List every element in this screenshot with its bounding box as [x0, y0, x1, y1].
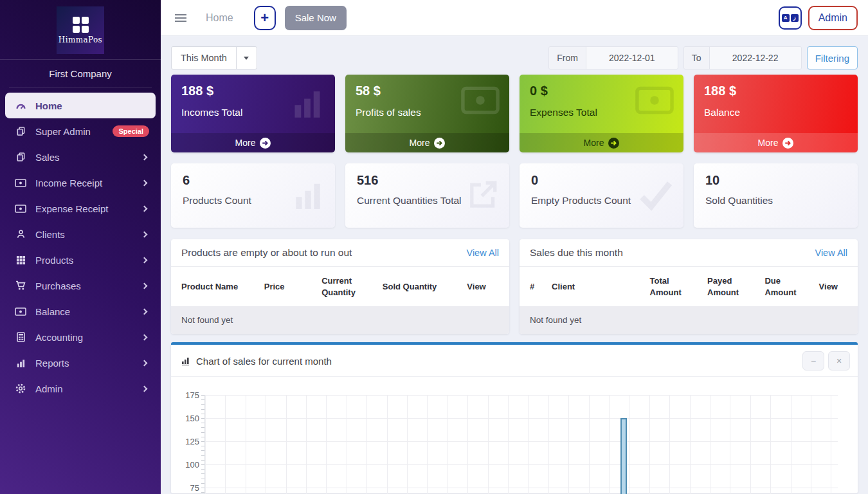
- sidebar-item-expense-receipt[interactable]: Expense Receipt: [5, 196, 156, 221]
- sidebar-item-label: Expense Receipt: [35, 203, 142, 214]
- sidebar-item-super-admin[interactable]: Super Admin Special: [5, 118, 156, 144]
- empty-products-panel: Products are empty or about to run out V…: [171, 239, 509, 334]
- empty-state-text: Not found yet: [171, 306, 509, 334]
- from-label: From: [549, 47, 586, 69]
- breadcrumb[interactable]: Home: [206, 12, 233, 24]
- more-link[interactable]: More: [345, 133, 509, 152]
- balance-card: 188 $ Balance More: [694, 75, 858, 152]
- chart-plot: [204, 395, 838, 494]
- sidebar-item-reports[interactable]: Reports: [5, 350, 156, 376]
- view-all-link[interactable]: View All: [815, 248, 847, 258]
- sidebar-item-admin[interactable]: Admin: [5, 376, 156, 401]
- sidebar-item-label: Purchases: [35, 280, 142, 291]
- hamburger-menu-icon[interactable]: [175, 17, 186, 19]
- topbar: Home + Sale Now Aز Admin: [161, 0, 868, 36]
- period-value: This Month: [172, 47, 236, 69]
- card-label: Balance: [704, 107, 847, 118]
- pages-icon: [14, 126, 27, 137]
- logo-tile[interactable]: HimmaPos: [57, 6, 104, 54]
- chevron-right-icon: [141, 205, 148, 212]
- add-button[interactable]: +: [254, 6, 276, 30]
- to-date-group: To 2022-12-22: [683, 46, 802, 69]
- y-axis-tick: 175: [175, 390, 199, 400]
- chevron-right-icon: [141, 308, 148, 315]
- sales-due-table: # Client Total Amount Payed Amount Due A…: [520, 267, 858, 306]
- to-label: To: [684, 47, 710, 69]
- panel-title: Sales due this month: [530, 247, 623, 259]
- chevron-right-icon: [141, 282, 148, 289]
- banknote-watermark-icon: [635, 86, 674, 117]
- translate-icon: Aز: [782, 14, 799, 22]
- to-date-input[interactable]: 2022-12-22: [710, 47, 801, 69]
- gear-icon: [14, 383, 27, 394]
- chart-title: Chart of sales for current month: [181, 356, 332, 367]
- sidebar-item-income-receipt[interactable]: Income Receipt: [5, 170, 156, 196]
- column-header: Sold Quantity: [377, 267, 462, 306]
- sidebar-item-label: Reports: [35, 358, 142, 369]
- y-axis-tick: 100: [175, 460, 199, 470]
- banknote-icon: [14, 306, 27, 317]
- sidebar-item-home[interactable]: Home: [5, 93, 156, 118]
- column-header: Due Amount: [759, 267, 813, 306]
- from-date-input[interactable]: 2022-12-01: [586, 47, 678, 69]
- sold-quantities-card: 10 Sold Quantities: [694, 163, 858, 228]
- sidebar-item-sales[interactable]: Sales: [5, 144, 156, 170]
- logo: HimmaPos: [0, 0, 161, 60]
- y-axis-tick: 125: [175, 437, 199, 446]
- view-all-link[interactable]: View All: [466, 248, 499, 258]
- current-quantities-card: 516 Current Quantities Total: [345, 163, 509, 228]
- content: This Month From 2022-12-01 To 2022-12-22…: [161, 36, 868, 494]
- filter-row: This Month From 2022-12-01 To 2022-12-22…: [171, 46, 858, 69]
- calculator-icon: [14, 332, 27, 343]
- export-watermark-icon: [466, 179, 500, 214]
- products-count-card: 6 Products Count: [171, 163, 335, 228]
- column-header: #: [520, 267, 547, 306]
- sales-bar[interactable]: [620, 418, 627, 494]
- card-label: Sold Quantities: [705, 195, 846, 206]
- chevron-right-icon: [141, 385, 148, 392]
- sale-now-button[interactable]: Sale Now: [285, 6, 347, 30]
- pages-icon: [14, 152, 27, 163]
- arrow-right-circle-icon: [260, 138, 271, 149]
- app: HimmaPos First Company Home Super Admin …: [0, 0, 868, 494]
- banknote-icon: [14, 178, 27, 188]
- count-cards-row: 6 Products Count 516 Current Quantities …: [171, 163, 858, 228]
- person-icon: [14, 229, 27, 240]
- column-header: View: [814, 267, 858, 306]
- more-label: More: [584, 138, 604, 148]
- check-watermark-icon: [637, 179, 674, 214]
- more-link[interactable]: More: [171, 133, 335, 152]
- sidebar-item-products[interactable]: Products: [5, 247, 156, 273]
- chevron-right-icon: [141, 179, 148, 186]
- arrow-right-circle-icon: [782, 138, 793, 149]
- chart-area: 175 150 125 100 75: [171, 377, 858, 494]
- stat-cards-row: 188 $ Incomes Total More 58 $ Profits of…: [171, 75, 858, 152]
- empty-state-text: Not found yet: [520, 306, 858, 334]
- logo-squares-icon: [73, 17, 89, 33]
- sidebar-item-accounting[interactable]: Accounting: [5, 324, 156, 350]
- sales-chart-panel: Chart of sales for current month − × 175…: [171, 342, 858, 493]
- language-translate-button[interactable]: Aز: [779, 6, 802, 30]
- banknote-watermark-icon: [460, 86, 500, 117]
- sidebar-item-label: Home: [35, 100, 149, 111]
- expenses-total-card: 0 $ Expenses Total More: [520, 75, 683, 152]
- filtering-button[interactable]: Filtering: [807, 46, 858, 69]
- sidebar-item-label: Admin: [35, 383, 142, 394]
- close-button[interactable]: ×: [828, 351, 850, 370]
- dashboard-gauge-icon: [14, 100, 27, 111]
- more-link[interactable]: More: [694, 133, 858, 152]
- sidebar-item-purchases[interactable]: Purchases: [5, 273, 156, 298]
- period-select[interactable]: This Month: [171, 46, 257, 69]
- sidebar-item-balance[interactable]: Balance: [5, 298, 156, 324]
- minimize-button[interactable]: −: [802, 351, 824, 370]
- card-value: 10: [705, 173, 846, 188]
- sidebar-item-label: Products: [35, 255, 142, 266]
- sidebar-item-clients[interactable]: Clients: [5, 221, 156, 247]
- more-link[interactable]: More: [520, 133, 683, 152]
- sidebar: HimmaPos First Company Home Super Admin …: [0, 0, 161, 494]
- incomes-total-card: 188 $ Incomes Total More: [171, 75, 335, 152]
- sidebar-menu: Home Super Admin Special Sales: [0, 87, 161, 401]
- column-header: Price: [259, 267, 316, 306]
- more-label: More: [235, 138, 256, 148]
- admin-user-button[interactable]: Admin: [808, 6, 858, 30]
